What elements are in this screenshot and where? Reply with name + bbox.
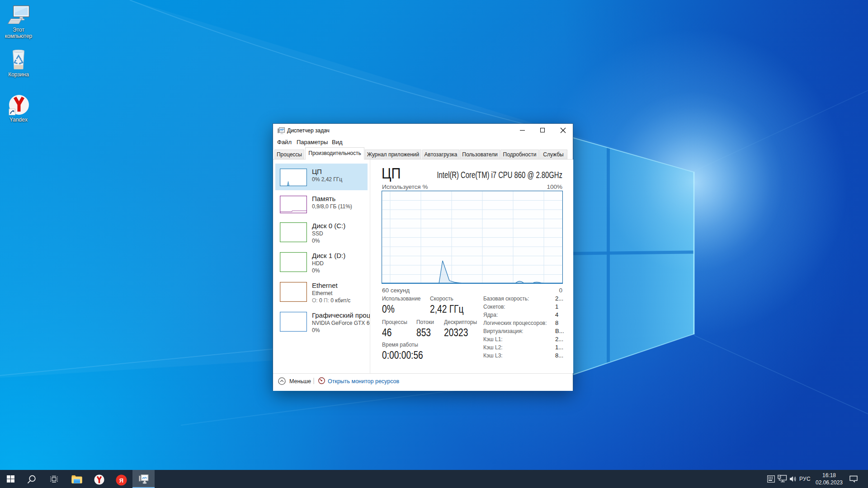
svg-text:Я: Я — [119, 477, 123, 484]
